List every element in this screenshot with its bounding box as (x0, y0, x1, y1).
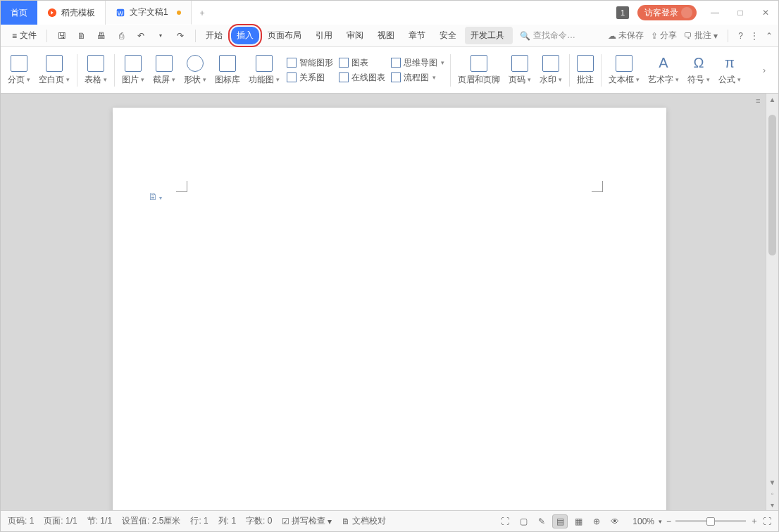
smartart-button[interactable]: 智能图形 (287, 57, 333, 69)
ribtab-start[interactable]: 开始 (200, 27, 228, 44)
close-button[interactable]: ✕ (753, 1, 778, 25)
collapse-ribbon-button[interactable]: ⌃ (766, 31, 773, 41)
command-search[interactable]: 🔍 查找命令… (520, 30, 575, 42)
mindmap-button[interactable]: 思维导图 (391, 57, 444, 69)
writeview-button[interactable]: ✎ (534, 514, 549, 528)
shapes-button[interactable]: 形状 (182, 53, 208, 87)
blankpage-button[interactable]: 空白页 (37, 53, 71, 87)
window-count-badge[interactable]: 1 (616, 6, 629, 19)
print-preview-icon[interactable]: ⎙ (113, 28, 129, 44)
title-bar: 首页 稻壳模板 W 文字文稿1 ＋ 1 访客登录 — □ ✕ (1, 1, 778, 25)
pagenumber-button[interactable]: 页码 (507, 53, 532, 87)
unsaved-button[interactable]: ☁未保存 (608, 30, 644, 42)
status-chars[interactable]: 字数: 0 (246, 515, 272, 527)
ribtab-insert[interactable]: 插入 (231, 27, 259, 44)
avatar-icon (681, 7, 692, 18)
status-row[interactable]: 行: 1 (190, 515, 208, 527)
print-icon[interactable]: 🖶 (94, 28, 109, 44)
status-position[interactable]: 设置值: 2.5厘米 (122, 515, 180, 527)
vertical-scrollbar[interactable]: ▲ ▼ ◦ ▾ (766, 94, 778, 510)
flowchart-button[interactable]: 流程图 (391, 72, 444, 84)
undo-drop-icon[interactable]: ▾ (153, 28, 168, 44)
maximize-button[interactable]: □ (728, 1, 753, 25)
scroll-page-up-icon[interactable]: ◦ (766, 488, 778, 499)
textbox-button[interactable]: 文本框 (607, 53, 641, 87)
spellcheck-button[interactable]: ☑ 拼写检查 ▾ (282, 515, 332, 527)
ribtab-dev[interactable]: 开发工具 (465, 27, 513, 44)
comments-button[interactable]: 🗨批注 ▾ (684, 30, 718, 42)
chart-button[interactable]: 图表 (339, 57, 385, 69)
new-tab-button[interactable]: ＋ (192, 1, 213, 25)
table-button[interactable]: 表格 (83, 53, 108, 87)
unsaved-label: 未保存 (618, 30, 644, 42)
pageview-button[interactable]: ▤ (552, 514, 568, 528)
page-options-button[interactable]: 🗎 (148, 191, 162, 202)
eyecare-button[interactable]: 👁 (607, 514, 623, 528)
scroll-up-icon[interactable]: ▲ (766, 94, 778, 105)
ribtab-section[interactable]: 章节 (403, 27, 431, 44)
relationgraph-button[interactable]: 关系图 (287, 72, 333, 84)
symbol-button[interactable]: Ω符号 (686, 53, 711, 87)
readview-button[interactable]: ▢ (516, 514, 531, 528)
flowchart-label: 流程图 (404, 72, 429, 84)
tab-home[interactable]: 首页 (1, 1, 37, 25)
more-button[interactable]: ⋮ (750, 31, 759, 41)
tab-home-label: 首页 (11, 7, 27, 19)
relationgraph-label: 关系图 (299, 72, 325, 84)
equation-button[interactable]: π公式 (717, 53, 742, 87)
shapes-icon (187, 55, 204, 72)
ribtab-view[interactable]: 视图 (372, 27, 400, 44)
status-section[interactable]: 节: 1/1 (87, 515, 112, 527)
wordart-button[interactable]: A艺术字 (647, 53, 680, 87)
status-pageno[interactable]: 页码: 1 (8, 515, 34, 527)
zoom-out-button[interactable]: − (666, 517, 671, 526)
pagebreak-button[interactable]: 分页 (6, 53, 32, 87)
iconlib-button[interactable]: 图标库 (213, 53, 242, 87)
ribtab-security[interactable]: 安全 (434, 27, 462, 44)
scroll-down-icon[interactable]: ▼ (766, 476, 778, 488)
modified-indicator-icon (177, 11, 181, 15)
outlineview-button[interactable]: ▦ (571, 514, 586, 528)
watermark-button[interactable]: 水印 (538, 53, 563, 87)
status-page[interactable]: 页面: 1/1 (44, 515, 77, 527)
zoom-in-button[interactable]: ＋ (750, 515, 759, 527)
search-icon: 🔍 (520, 31, 530, 41)
undo-icon[interactable]: ↶ (133, 28, 149, 44)
onlinechart-button[interactable]: 在线图表 (339, 72, 385, 84)
ribtab-reference[interactable]: 引用 (310, 27, 338, 44)
document-page[interactable]: 🗎 (113, 108, 666, 510)
scroll-thumb[interactable] (768, 115, 776, 255)
save-as-icon[interactable]: 🗎 (74, 28, 89, 44)
file-menu[interactable]: ≡ 文件 (6, 27, 42, 44)
login-button[interactable]: 访客登录 (637, 5, 697, 20)
redo-icon[interactable]: ↷ (173, 28, 188, 44)
minimize-button[interactable]: — (702, 1, 728, 25)
fitpage-button[interactable]: ⛶ (763, 517, 771, 526)
view-buttons: ⛶ ▢ ✎ ▤ ▦ ⊕ 👁 (497, 514, 623, 528)
zoom-slider[interactable] (675, 520, 746, 522)
save-icon[interactable]: 🖫 (54, 28, 70, 44)
tab-document[interactable]: W 文字文稿1 (106, 1, 192, 25)
side-panel-toggle[interactable]: ≡ (756, 96, 766, 105)
comment-button[interactable]: 批注 (575, 53, 595, 87)
proofread-button[interactable]: 🗎 文档校对 (342, 515, 386, 527)
help-button[interactable]: ? (738, 31, 743, 41)
ribtab-review[interactable]: 审阅 (341, 27, 369, 44)
smartart-label: 智能图形 (299, 57, 333, 69)
zoom-level[interactable]: 100% (632, 517, 654, 526)
fullscreen-button[interactable]: ⛶ (497, 514, 513, 528)
funcgraph-button[interactable]: 功能图 (247, 53, 281, 87)
screenshot-button[interactable]: 截屏 (151, 53, 177, 87)
iconlib-icon (219, 55, 236, 72)
webview-button[interactable]: ⊕ (589, 514, 604, 528)
ribbon-expand-button[interactable]: › (763, 65, 773, 75)
scroll-page-down-icon[interactable]: ▾ (766, 499, 778, 510)
tab-docer[interactable]: 稻壳模板 (37, 1, 106, 25)
status-col[interactable]: 列: 1 (218, 515, 236, 527)
textbox-label: 文本框 (609, 74, 640, 86)
ribtab-pagelayout[interactable]: 页面布局 (262, 27, 307, 44)
share-button[interactable]: ⇪分享 (651, 30, 677, 42)
headerfooter-button[interactable]: 页眉和页脚 (456, 53, 501, 87)
picture-button[interactable]: 图片 (120, 53, 146, 87)
zoom-drop-icon[interactable]: ▾ (659, 518, 662, 525)
